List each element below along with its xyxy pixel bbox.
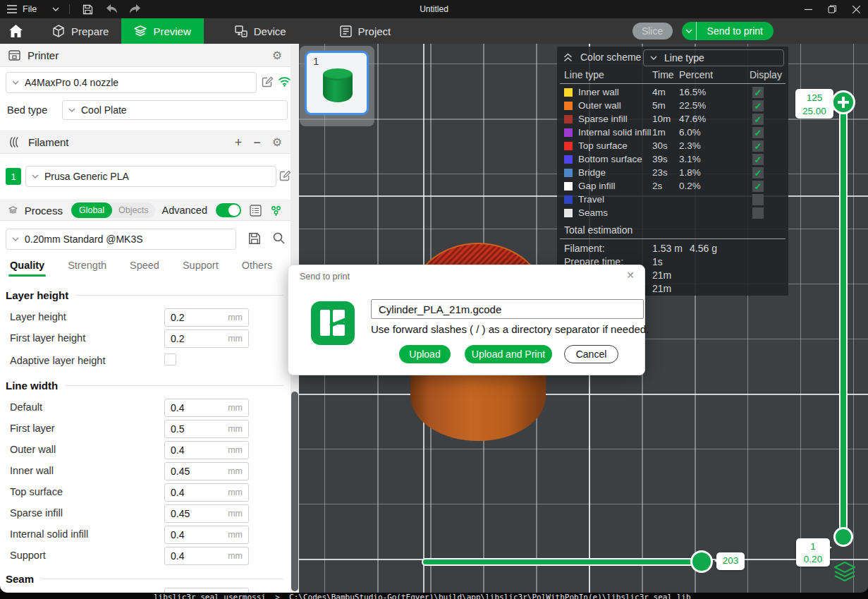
add-filament-button[interactable]: + [235,136,243,149]
plate-thumbnail[interactable]: 1 [305,51,369,115]
seam-param-input[interactable] [164,588,249,593]
process-compare-icon[interactable] [270,205,282,217]
save-preset-icon[interactable] [248,232,261,245]
search-icon[interactable] [272,231,286,245]
dialog-hint-text: Use forward slashes ( / ) as a directory… [371,323,649,335]
display-checkbox[interactable] [752,100,764,111]
check-icon [754,169,762,178]
display-checkbox[interactable] [752,154,764,165]
line-width-default-input[interactable]: 0.4mm [164,399,249,417]
param-row-partial [0,588,291,593]
maximize-button[interactable] [820,0,844,18]
line-width-top-surface-input[interactable]: 0.4mm [164,483,249,502]
objects-option[interactable]: Objects [112,205,154,215]
filament-edit-icon[interactable] [279,170,291,182]
preview-legend-panel: Color scheme Line type Line type Time Pe… [557,47,788,296]
display-checkbox[interactable] [752,127,764,138]
parameter-table-icon[interactable] [250,205,262,217]
display-checkbox[interactable] [752,140,764,152]
legend-row: Sparse infill10m47.6% [557,113,788,126]
color-swatch [564,169,573,177]
color-swatch [564,155,573,164]
advanced-toggle[interactable] [216,203,241,217]
tab-preview[interactable]: Preview [121,18,203,44]
filament-preset-dropdown[interactable]: Prusa Generic PLA [25,166,276,187]
display-checkbox[interactable] [752,194,764,205]
param-row: Sparse infill 0.45mm [0,504,291,523]
line-width-outer-wall-input[interactable]: 0.4mm [164,441,249,459]
home-button[interactable] [0,18,31,44]
tab-others[interactable]: Others [242,255,273,271]
tab-support[interactable]: Support [183,255,219,271]
sidebar: Printer ⚙ A4MaxPro 0.4 nozzle Bed type C… [0,44,291,593]
layer-height-input[interactable]: 0.2mm [164,308,249,327]
upload-button[interactable]: Upload [399,345,451,363]
printer-preset-dropdown[interactable]: A4MaxPro 0.4 nozzle [6,72,257,93]
move-slider-handle[interactable] [690,550,713,573]
filename-input[interactable] [371,299,644,319]
adaptive-layer-height-checkbox[interactable] [164,353,176,365]
display-checkbox[interactable] [752,181,764,192]
section-layer-height: Layer height [6,289,283,301]
check-icon [754,128,762,138]
tab-speed[interactable]: Speed [130,255,159,271]
chevron-down-icon [68,108,75,112]
dialog-close-icon[interactable]: ✕ [626,270,635,281]
minimize-button[interactable] [796,0,820,18]
line-width-support-input[interactable]: 0.4mm [164,547,249,565]
dialog-title: Send to print [300,272,350,282]
line-width-first-layer-input[interactable]: 0.5mm [164,420,249,438]
printer-icon [8,49,20,61]
cancel-button[interactable]: Cancel [564,345,618,363]
filament-icon [8,136,21,148]
advanced-label: Advanced [162,205,208,216]
move-slider-track[interactable] [422,558,702,566]
background-console-window: libslic3r_seal_usermossi > C:\Codes\Bamb… [0,593,868,599]
printer-settings-gear-icon[interactable]: ⚙ [272,49,282,62]
move-slider-tooltip: 203 [716,552,745,570]
printer-edit-icon[interactable] [262,76,274,88]
close-button[interactable] [844,0,868,18]
wifi-connection-icon[interactable] [278,75,291,87]
send-to-print-split-button: Send to print [682,22,774,40]
upload-and-print-button[interactable]: Upload and Print [465,345,552,363]
line-width-inner-wall-input[interactable]: 0.45mm [164,462,249,480]
process-preset-dropdown[interactable]: 0.20mm Standard @MK3S [6,229,236,250]
send-to-print-button[interactable]: Send to print [697,25,774,37]
filament-slot-badge[interactable]: 1 [6,168,21,185]
color-scheme-dropdown[interactable]: Line type [643,49,784,66]
slice-button[interactable]: Slice [632,23,673,40]
collapse-panel-icon[interactable] [563,53,573,62]
send-options-chevron-icon[interactable] [682,22,697,40]
check-icon [754,182,762,191]
display-checkbox[interactable] [752,167,764,179]
nav-bar: Prepare Preview Device Project Slice Sen… [0,18,868,44]
tab-quality[interactable]: Quality [10,255,44,271]
line-width-sparse-infill-input[interactable]: 0.45mm [164,504,249,523]
bed-type-dropdown[interactable]: Cool Plate [62,100,288,120]
bed-type-label: Bed type [7,104,47,116]
tab-prepare[interactable]: Prepare [39,18,121,44]
chevron-down-icon [12,80,19,85]
remove-filament-button[interactable]: − [253,136,261,149]
tab-device[interactable]: Device [222,18,299,44]
display-checkbox[interactable] [752,207,764,219]
color-swatch [564,88,573,97]
global-objects-switch[interactable]: Global Objects [71,202,155,218]
display-checkbox[interactable] [752,114,764,125]
param-row: Inner wall 0.45mm [0,462,291,480]
line-width-internal-solid-input[interactable]: 0.4mm [164,526,249,544]
layer-slider-track[interactable] [839,102,848,537]
param-row: Outer wall 0.4mm [0,441,291,459]
tab-strength[interactable]: Strength [68,255,106,271]
filament-settings-gear-icon[interactable]: ⚙ [272,135,282,149]
param-row: Top surface 0.4mm [0,483,291,502]
column-percent: Percent [679,69,713,80]
first-layer-height-input[interactable]: 0.2mm [164,329,249,348]
layer-slider-bottom-handle[interactable] [833,527,853,547]
display-checkbox[interactable] [752,87,764,98]
sidebar-scrollbar-thumb[interactable] [291,392,298,591]
global-option[interactable]: Global [71,202,112,218]
layers-icon[interactable] [833,561,857,583]
tab-project[interactable]: Project [327,18,404,44]
